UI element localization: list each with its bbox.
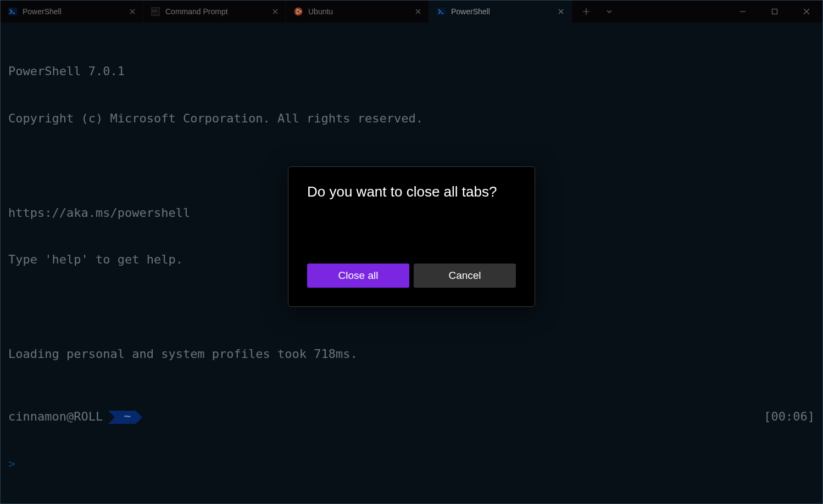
close-tabs-dialog: Do you want to close all tabs? Close all… — [288, 166, 535, 307]
tab-command-prompt[interactable]: C:\\ Command Prompt — [143, 1, 286, 23]
titlebar: PowerShell C:\\ Command Prompt Ubuntu — [1, 1, 822, 23]
dialog-title: Do you want to close all tabs? — [307, 183, 516, 200]
dialog-button-row: Close all Cancel — [307, 264, 516, 288]
close-window-button[interactable] — [791, 1, 822, 23]
tab-dropdown-button[interactable] — [598, 1, 620, 23]
tab-label: Command Prompt — [165, 7, 265, 16]
terminal-line: Copyright (c) Microsoft Corporation. All… — [8, 111, 815, 127]
prompt-user: cinnamon@ROLL — [8, 409, 103, 425]
svg-text:C:\\: C:\\ — [152, 9, 157, 13]
close-icon[interactable] — [413, 7, 423, 16]
new-tab-button[interactable] — [575, 1, 597, 23]
tab-powershell-1[interactable]: PowerShell — [1, 1, 143, 23]
close-icon[interactable] — [127, 7, 137, 16]
tab-label: PowerShell — [23, 7, 122, 16]
terminal-line: Loading personal and system profiles too… — [8, 346, 815, 362]
tab-controls — [572, 1, 620, 23]
svg-rect-9 — [772, 9, 777, 14]
svg-point-6 — [296, 9, 298, 10]
prompt-path-segment: ~ — [108, 411, 144, 424]
tab-ubuntu[interactable]: Ubuntu — [286, 1, 429, 23]
tab-powershell-2[interactable]: PowerShell — [429, 1, 572, 23]
powershell-icon — [8, 7, 17, 16]
prompt-path: ~ — [124, 408, 131, 424]
cmd-icon: C:\\ — [151, 7, 160, 16]
tab-label: Ubuntu — [308, 7, 408, 16]
svg-point-5 — [300, 11, 302, 13]
prompt-row: cinnamon@ROLL ~ [00:06] — [8, 409, 815, 425]
terminal-line: PowerShell 7.0.1 — [8, 64, 815, 80]
close-icon[interactable] — [270, 7, 280, 16]
maximize-button[interactable] — [759, 1, 791, 23]
window-controls — [727, 1, 822, 23]
close-icon[interactable] — [556, 7, 566, 16]
close-all-button[interactable]: Close all — [307, 264, 409, 288]
prompt-continuation: > — [8, 456, 815, 472]
ubuntu-icon — [294, 7, 303, 16]
tab-strip: PowerShell C:\\ Command Prompt Ubuntu — [1, 1, 572, 23]
powershell-icon — [437, 7, 446, 16]
prompt-time: [00:06] — [764, 409, 815, 425]
minimize-button[interactable] — [727, 1, 759, 23]
cancel-button[interactable]: Cancel — [414, 264, 516, 288]
tab-label: PowerShell — [451, 7, 550, 16]
svg-point-7 — [296, 13, 298, 14]
